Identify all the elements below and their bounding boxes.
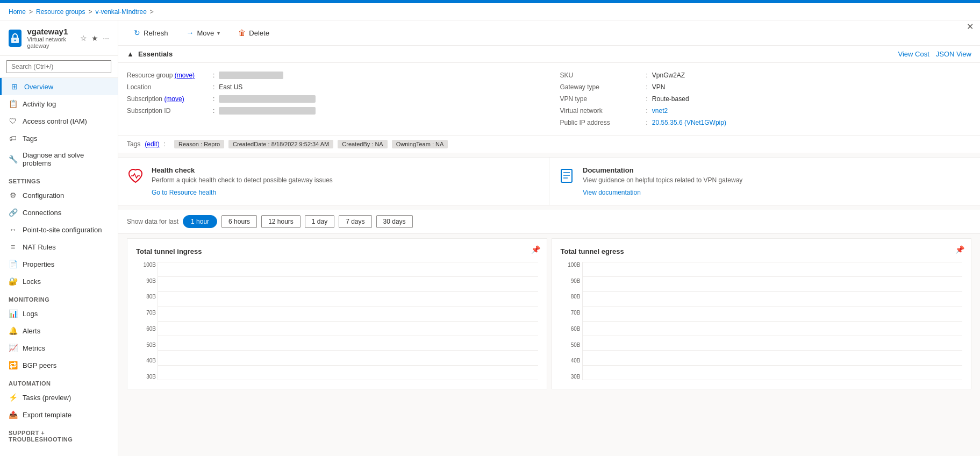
time-btn-12hours[interactable]: 12 hours — [261, 215, 301, 228]
move-dropdown-arrow: ▾ — [217, 30, 220, 36]
prop-label: Virtual network — [560, 107, 646, 115]
sidebar-item-access-control[interactable]: 🛡 Access control (IAM) — [0, 112, 118, 130]
breadcrumb-resource-groups[interactable]: Resource groups — [36, 8, 85, 16]
connections-icon: 🔗 — [9, 208, 17, 217]
content-area: ▲ Essentials View Cost JSON View Resourc… — [118, 46, 980, 456]
sidebar-item-activity-log[interactable]: 📋 Activity log — [0, 95, 118, 112]
automation-section-label: Automation — [0, 374, 118, 389]
sidebar-item-properties[interactable]: 📄 Properties — [0, 255, 118, 273]
sidebar-item-overview[interactable]: ⊞ Overview — [0, 78, 118, 95]
time-btn-1hour[interactable]: 1 hour — [183, 215, 217, 228]
sidebar-item-label: Logs — [23, 310, 38, 318]
sidebar-item-label: Overview — [24, 83, 53, 91]
prop-value — [219, 72, 283, 79]
close-button[interactable]: ✕ — [967, 22, 974, 32]
search-box — [0, 56, 118, 78]
time-btn-30days[interactable]: 30 days — [376, 215, 413, 228]
delete-icon: 🗑 — [238, 28, 246, 37]
prop-label: Resource group (move) — [127, 72, 213, 79]
sidebar-item-label: NAT Rules — [23, 243, 56, 251]
sidebar-item-tasks[interactable]: ⚡ Tasks (preview) — [0, 389, 118, 406]
sidebar-item-locks[interactable]: 🔐 Locks — [0, 273, 118, 290]
sidebar-item-label: Diagnose and solve problems — [23, 151, 109, 167]
sidebar-item-export-template[interactable]: 📤 Export template — [0, 406, 118, 423]
prop-label: Subscription (move) — [127, 95, 213, 103]
prop-value: VPN — [652, 83, 666, 91]
ingress-chart-area: 100B 90B 80B 70B 60B 50B 40B 30B — [158, 262, 538, 380]
egress-pin-icon[interactable]: 📌 — [955, 245, 964, 254]
sidebar-item-nat-rules[interactable]: ≡ NAT Rules — [0, 238, 118, 255]
sidebar-item-alerts[interactable]: 🔔 Alerts — [0, 322, 118, 339]
sidebar-item-diagnose[interactable]: 🔧 Diagnose and solve problems — [0, 147, 118, 172]
ingress-y-labels: 100B 90B 80B 70B 60B 50B 40B 30B — [139, 262, 156, 380]
essentials-header[interactable]: ▲ Essentials View Cost JSON View — [118, 46, 980, 63]
sidebar-item-label: Access control (IAM) — [23, 117, 87, 125]
view-cost-link[interactable]: View Cost — [898, 50, 929, 58]
vnet2-link[interactable]: vnet2 — [652, 107, 668, 115]
tag-item: CreatedBy : NA — [338, 140, 387, 148]
egress-chart-area: 100B 90B 80B 70B 60B 50B 40B 30B — [582, 262, 963, 380]
essentials-section: ▲ Essentials View Cost JSON View Resourc… — [118, 46, 980, 153]
sidebar-item-label: Export template — [23, 411, 71, 419]
egress-chart-title: Total tunnel egress — [561, 247, 963, 255]
pin-icon[interactable]: ☆ — [80, 34, 87, 42]
resource-subtitle: Virtual network gateway — [27, 36, 75, 49]
breadcrumb-sep-3: > — [150, 8, 154, 16]
more-icon[interactable]: ··· — [103, 34, 109, 42]
export-template-icon: 📤 — [9, 410, 17, 419]
sidebar: vgateway1 Virtual network gateway ☆ ★ ··… — [0, 20, 118, 456]
documentation-card: Documentation View guidance on helpful t… — [549, 158, 980, 205]
move-label: Move — [197, 29, 214, 37]
prop-location: Location : East US — [127, 81, 539, 93]
tasks-icon: ⚡ — [9, 393, 17, 402]
sidebar-item-label: Locks — [23, 277, 41, 286]
egress-y-labels: 100B 90B 80B 70B 60B 50B 40B 30B — [563, 262, 581, 380]
prop-subscription-id: Subscription ID : — [127, 105, 539, 117]
resource-name: vgateway1 — [27, 27, 75, 36]
sidebar-item-point-to-site[interactable]: ↔ Point-to-site configuration — [0, 221, 118, 238]
ingress-chart: Total tunnel ingress 📌 100B 90B 80B 70B … — [127, 238, 547, 389]
breadcrumb-home[interactable]: Home — [9, 8, 26, 16]
sidebar-item-label: BGP peers — [23, 361, 56, 369]
move-button[interactable]: → Move ▾ — [180, 25, 227, 41]
sidebar-item-bgp-peers[interactable]: 🔁 BGP peers — [0, 357, 118, 374]
sidebar-item-connections[interactable]: 🔗 Connections — [0, 204, 118, 221]
essentials-right-col: SKU : VpnGw2AZ Gateway type : VPN VPN ty… — [560, 69, 972, 129]
metrics-icon: 📈 — [9, 344, 17, 352]
sidebar-item-metrics[interactable]: 📈 Metrics — [0, 339, 118, 357]
sidebar-item-configuration[interactable]: ⚙ Configuration — [0, 187, 118, 204]
toolbar: ↻ Refresh → Move ▾ 🗑 Delete — [118, 20, 980, 46]
prop-value: vnet2 — [652, 107, 668, 115]
resource-header: vgateway1 Virtual network gateway ☆ ★ ··… — [0, 20, 118, 56]
breadcrumb: Home > Resource groups > v-venkal-Mindtr… — [0, 3, 980, 20]
sidebar-item-label: Connections — [23, 209, 61, 217]
access-control-icon: 🛡 — [9, 117, 17, 125]
prop-gateway-type: Gateway type : VPN — [560, 81, 972, 93]
move-link[interactable]: (move) — [175, 72, 195, 79]
ingress-pin-icon[interactable]: 📌 — [531, 245, 540, 254]
prop-value: VpnGw2AZ — [652, 72, 685, 79]
move-link-sub[interactable]: (move) — [164, 95, 184, 103]
tags-edit-link[interactable]: (edit) — [145, 140, 159, 148]
time-btn-1day[interactable]: 1 day — [305, 215, 334, 228]
public-ip-link[interactable]: 20.55.35.6 (VNet1GWpip) — [652, 119, 726, 126]
prop-value: 20.55.35.6 (VNet1GWpip) — [652, 119, 726, 126]
sidebar-item-tags[interactable]: 🏷 Tags — [0, 130, 118, 147]
health-check-link[interactable]: Go to Resource health — [152, 189, 216, 196]
time-btn-6hours[interactable]: 6 hours — [221, 215, 257, 228]
health-check-title: Health check — [152, 166, 540, 174]
refresh-button[interactable]: ↻ Refresh — [127, 25, 175, 41]
search-input[interactable] — [6, 60, 111, 73]
properties-icon: 📄 — [9, 260, 17, 268]
delete-button[interactable]: 🗑 Delete — [231, 25, 276, 41]
favorite-icon[interactable]: ★ — [91, 34, 98, 42]
time-selector-label: Show data for last — [127, 218, 178, 225]
json-view-link[interactable]: JSON View — [936, 50, 971, 58]
locks-icon: 🔐 — [9, 277, 17, 286]
sidebar-item-logs[interactable]: 📊 Logs — [0, 305, 118, 322]
documentation-link[interactable]: View documentation — [583, 189, 641, 196]
breadcrumb-resource[interactable]: v-venkal-Mindtree — [95, 8, 146, 16]
prop-label: VPN type — [560, 95, 646, 103]
charts-container: Total tunnel ingress 📌 100B 90B 80B 70B … — [118, 234, 980, 394]
time-btn-7days[interactable]: 7 days — [339, 215, 371, 228]
